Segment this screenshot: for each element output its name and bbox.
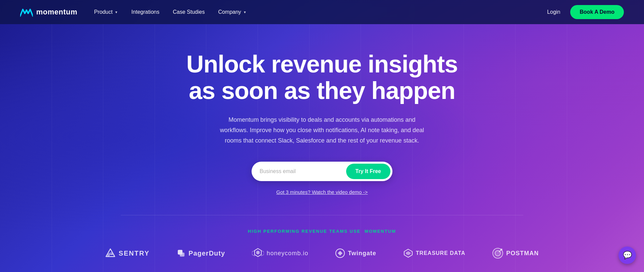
- svg-rect-2: [180, 253, 184, 257]
- logo-icon: [20, 7, 33, 17]
- logos-label: HIGH PERFORMING REVENUE TEAMS USE MOMENT…: [248, 229, 396, 234]
- sentry-icon: [105, 248, 115, 258]
- treasure-data-icon: [403, 248, 413, 258]
- email-input[interactable]: [260, 168, 346, 174]
- hero-section: Unlock revenue insights as soon as they …: [0, 0, 644, 272]
- chevron-down-icon: ▼: [115, 10, 118, 14]
- nav-links: Product ▼ Integrations Case Studies Comp…: [94, 9, 547, 15]
- try-it-free-button[interactable]: Try It Free: [346, 164, 390, 179]
- nav-right: Login Book A Demo: [547, 5, 624, 19]
- pagerduty-icon: [176, 249, 186, 258]
- postman-icon: [492, 248, 503, 259]
- book-demo-button[interactable]: Book A Demo: [570, 5, 624, 19]
- svg-marker-6: [252, 251, 255, 256]
- nav-case-studies[interactable]: Case Studies: [173, 9, 205, 15]
- twingate-label: Twingate: [348, 250, 376, 257]
- logos-section: HIGH PERFORMING REVENUE TEAMS USE MOMENT…: [0, 215, 644, 272]
- treasure-data-label: TREASURE DATA: [416, 250, 466, 256]
- honeycomb-icon: [252, 247, 264, 259]
- sentry-logo: SENTRY: [105, 248, 150, 258]
- pagerduty-logo: PagerDuty: [176, 249, 225, 258]
- postman-logo: POSTMAN: [492, 248, 539, 259]
- honeycomb-label: honeycomb.io: [267, 250, 308, 257]
- chevron-down-icon: ▼: [243, 10, 247, 14]
- postman-label: POSTMAN: [506, 250, 539, 257]
- svg-marker-5: [261, 251, 264, 256]
- nav-product[interactable]: Product ▼: [94, 9, 118, 15]
- logo-text: momentum: [36, 8, 77, 16]
- hero-title: Unlock revenue insights as soon as they …: [178, 51, 466, 104]
- pagerduty-label: PagerDuty: [189, 250, 225, 257]
- svg-marker-4: [256, 251, 260, 255]
- twingate-logo: Twingate: [335, 248, 376, 258]
- honeycomb-logo: honeycomb.io: [252, 247, 308, 259]
- logos-row: SENTRY PagerDuty honeycomb.io: [20, 247, 624, 259]
- hero-content: Unlock revenue insights as soon as they …: [171, 24, 473, 215]
- hero-cta-form: Try It Free: [252, 162, 392, 181]
- svg-point-13: [500, 249, 502, 251]
- navigation: momentum Product ▼ Integrations Case Stu…: [0, 0, 644, 24]
- treasure-data-logo: TREASURE DATA: [403, 248, 466, 258]
- video-demo-link[interactable]: Got 3 minutes? Watch the video demo ->: [276, 189, 368, 195]
- logo-link[interactable]: momentum: [20, 7, 77, 17]
- svg-point-0: [111, 254, 113, 255]
- svg-marker-9: [406, 251, 411, 255]
- login-link[interactable]: Login: [547, 9, 560, 15]
- chat-icon: 💬: [623, 251, 632, 260]
- nav-integrations[interactable]: Integrations: [131, 9, 160, 15]
- nav-company[interactable]: Company ▼: [218, 9, 246, 15]
- sentry-label: SENTRY: [119, 250, 150, 257]
- hero-subtitle: Momentum brings visibility to deals and …: [215, 115, 429, 146]
- chat-bubble-button[interactable]: 💬: [619, 247, 636, 264]
- twingate-icon: [335, 248, 345, 258]
